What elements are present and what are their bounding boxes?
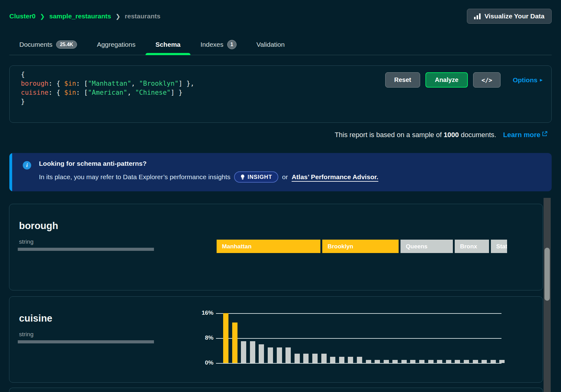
options-link[interactable]: Options ▸	[513, 76, 543, 84]
visualize-your-data-button[interactable]: Visualize Your Data	[467, 9, 552, 24]
code-toggle-button[interactable]: </>	[473, 72, 501, 88]
borough-value-label: Staten Island	[491, 243, 507, 250]
cuisine-value-bar[interactable]	[464, 360, 469, 363]
code-token: "Manhattan"	[88, 80, 131, 87]
tab-indexes[interactable]: Indexes1	[190, 34, 247, 55]
borough-value-bar[interactable]: Manhattan	[217, 240, 320, 253]
code-token: "Brooklyn"	[139, 80, 178, 87]
borough-value-bar[interactable]: Staten Island	[491, 240, 507, 253]
cuisine-value-bar[interactable]	[384, 360, 389, 363]
cuisine-value-bar[interactable]	[232, 323, 237, 363]
scrollbar-thumb[interactable]	[544, 248, 550, 301]
cuisine-value-bar[interactable]	[348, 357, 353, 363]
code-token: : {	[49, 80, 65, 87]
cuisine-chart: 16%8%0%	[197, 313, 511, 369]
learn-more-link[interactable]: Learn more	[503, 131, 548, 139]
cuisine-value-bar[interactable]	[446, 360, 451, 363]
info-icon: i	[23, 161, 31, 170]
cuisine-value-bar[interactable]	[312, 354, 318, 363]
code-line: }	[21, 97, 551, 106]
breadcrumb-item-sample_restaurants[interactable]: sample_restaurants	[49, 12, 111, 20]
cuisine-value-bar[interactable]	[223, 313, 228, 363]
query-section[interactable]: { borough: { $in: ["Manhattan", "Brookly…	[9, 65, 552, 123]
external-link-icon	[542, 131, 548, 137]
code-token: borough	[21, 80, 49, 87]
code-token: ,	[127, 89, 135, 96]
field-card-next-partial	[9, 388, 543, 392]
cuisine-value-bar[interactable]	[482, 360, 487, 363]
performance-advisor-link[interactable]: Atlas’ Performance Advisor.	[292, 173, 378, 181]
axis-tick-label: 0%	[197, 359, 213, 366]
cuisine-value-bar[interactable]	[392, 360, 398, 363]
scrollbar-track[interactable]	[544, 198, 551, 392]
cuisine-value-bar[interactable]	[366, 360, 371, 363]
type-distribution-bar[interactable]	[18, 248, 154, 251]
borough-value-bar[interactable]: Brooklyn	[322, 240, 399, 253]
cuisine-value-bar[interactable]	[491, 360, 496, 363]
breadcrumb-separator-icon: ❯	[115, 13, 120, 20]
code-token: ] },	[179, 80, 194, 87]
borough-value-label: Bronx	[455, 243, 477, 250]
cuisine-value-bar[interactable]	[268, 347, 273, 363]
code-token: : [	[76, 80, 88, 87]
code-line: cuisine: { $in: ["American", "Chinese"] …	[21, 88, 551, 97]
insight-badge[interactable]: INSIGHT	[234, 171, 278, 183]
report-note-prefix: This report is based on a sample of	[335, 131, 444, 139]
cuisine-value-bar[interactable]	[339, 357, 344, 363]
gridline	[216, 363, 501, 364]
cuisine-value-bar[interactable]	[295, 354, 300, 363]
cuisine-value-bar[interactable]	[357, 357, 362, 363]
breadcrumb: Cluster0❯sample_restaurants❯restaurants	[9, 12, 161, 20]
bar-chart-icon	[474, 13, 481, 19]
borough-value-bar[interactable]: Queens	[400, 240, 453, 253]
cuisine-plot	[216, 313, 501, 363]
cuisine-value-bar[interactable]	[303, 354, 309, 363]
cuisine-value-bar[interactable]	[499, 360, 505, 363]
cuisine-value-bar[interactable]	[473, 360, 478, 363]
tab-label: Aggregations	[97, 41, 136, 48]
tab-validation[interactable]: Validation	[247, 34, 295, 55]
cuisine-value-bar[interactable]	[330, 357, 335, 363]
tab-documents[interactable]: Documents25.4K	[9, 34, 87, 55]
borough-value-bar[interactable]: Bronx	[455, 240, 489, 253]
breadcrumb-item-restaurants: restaurants	[125, 12, 160, 20]
options-label: Options	[513, 76, 537, 84]
cuisine-value-bar[interactable]	[410, 360, 415, 363]
banner-body-text: In its place, you may refer to Data Expl…	[39, 173, 230, 181]
field-type-label[interactable]: string	[19, 331, 33, 338]
reset-button[interactable]: Reset	[385, 72, 420, 88]
cuisine-value-bar[interactable]	[437, 360, 442, 363]
borough-bars: ManhattanBrooklynQueensBronxStaten Islan…	[217, 240, 507, 253]
cuisine-value-bar[interactable]	[428, 360, 434, 363]
cuisine-value-bar[interactable]	[419, 360, 424, 363]
analyze-button[interactable]: Analyze	[425, 72, 468, 88]
cuisine-value-bar[interactable]	[455, 360, 460, 363]
type-distribution-bar[interactable]	[18, 340, 154, 343]
axis-tick-label: 16%	[197, 309, 213, 316]
visualize-button-label: Visualize Your Data	[484, 12, 544, 20]
code-token: "American"	[88, 89, 127, 96]
breadcrumb-item-cluster0[interactable]: Cluster0	[9, 12, 36, 20]
tab-label: Indexes	[200, 41, 223, 48]
cuisine-value-bar[interactable]	[241, 341, 246, 363]
code-token: : {	[49, 89, 65, 96]
cuisine-value-bar[interactable]	[375, 360, 380, 363]
cuisine-value-bar[interactable]	[321, 354, 327, 363]
cuisine-value-bar[interactable]	[285, 347, 291, 363]
field-card-cuisine: cuisine string 16%8%0%	[9, 296, 543, 383]
code-token: ] }	[171, 89, 183, 96]
tab-schema[interactable]: Schema	[146, 34, 191, 55]
cuisine-value-bar[interactable]	[250, 341, 255, 363]
cuisine-value-bar[interactable]	[277, 347, 282, 363]
field-type-label[interactable]: string	[19, 238, 33, 245]
field-card-borough: borough string ManhattanBrooklynQueensBr…	[9, 204, 543, 290]
tab-aggregations[interactable]: Aggregations	[87, 34, 146, 55]
code-token: {	[21, 71, 25, 78]
borough-value-label: Queens	[400, 243, 428, 250]
learn-more-label: Learn more	[503, 131, 540, 139]
code-token: cuisine	[21, 89, 49, 96]
cuisine-value-bar[interactable]	[259, 344, 264, 363]
tab-bar: Documents25.4KAggregationsSchemaIndexes1…	[9, 34, 552, 55]
cuisine-value-bar[interactable]	[401, 360, 407, 363]
info-banner: i Looking for schema anti-patterns? In i…	[9, 153, 552, 191]
